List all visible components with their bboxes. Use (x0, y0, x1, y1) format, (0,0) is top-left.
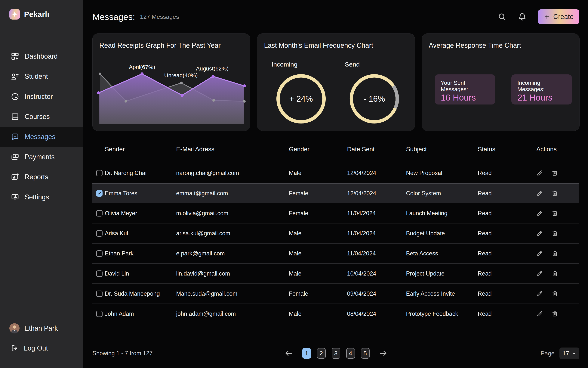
row-checkbox[interactable] (96, 250, 103, 257)
brand-logo-sparkle-icon (9, 9, 20, 19)
actions-cell (536, 230, 579, 237)
table-row[interactable]: Arisa Kul arisa.kul@gmail.com Male 11/04… (92, 223, 579, 244)
stat-box: Incoming Messages: 21 Hours (511, 74, 572, 104)
edit-pencil-icon[interactable] (536, 270, 543, 277)
table-row[interactable]: John Adam john.adam@gmail.com Male 08/04… (92, 304, 579, 324)
page-number-button[interactable]: 4 (346, 348, 355, 359)
sidebar-nav-item[interactable]: Settings (0, 187, 83, 207)
actions-cell (536, 270, 579, 277)
brand: Pekarlı (9, 9, 49, 19)
delete-trash-icon[interactable] (551, 190, 558, 197)
date-cell: 11/04/2024 (347, 230, 406, 237)
sidebar-nav-item[interactable]: Payments (0, 147, 83, 167)
sidebar-nav-item[interactable]: Instructor (0, 86, 83, 107)
row-checkbox-cell (92, 170, 105, 176)
delete-trash-icon[interactable] (551, 210, 558, 217)
delete-trash-icon[interactable] (551, 311, 558, 317)
delete-trash-icon[interactable] (551, 250, 558, 257)
sidebar-user[interactable]: Ethan Park (9, 323, 58, 333)
edit-pencil-icon[interactable] (536, 170, 543, 176)
edit-pencil-icon[interactable] (536, 190, 543, 197)
sidebar-item-icon (11, 92, 19, 101)
table-row[interactable]: Emma Tores emma.t@gmail.com Female 12/04… (92, 183, 579, 203)
gauge-ring: + 24% (275, 73, 327, 125)
sidebar-item-icon (11, 112, 19, 121)
page-dropdown[interactable]: 17 (560, 348, 579, 359)
gauge-label: Incoming (272, 61, 330, 68)
table-row[interactable]: Olivia Meyer m.olivia@gmail.com Female 1… (92, 203, 579, 223)
edit-pencil-icon[interactable] (536, 250, 543, 257)
search-icon[interactable] (498, 12, 507, 21)
row-checkbox[interactable] (96, 170, 103, 176)
row-checkbox-cell (92, 230, 105, 237)
status-cell: Read (478, 250, 536, 257)
sidebar-nav-item[interactable]: Student (0, 66, 83, 86)
stat-label: Incoming Messages: (517, 80, 566, 92)
summary-cards: Read Receipts Graph For The Past Year Ap… (92, 33, 579, 131)
page-number-button[interactable]: 3 (332, 348, 340, 359)
date-cell: 12/04/2024 (347, 190, 406, 197)
prev-page-arrow-icon[interactable] (284, 349, 293, 358)
page-number-button[interactable]: 5 (361, 348, 370, 359)
sidebar-item-label: Reports (25, 173, 48, 181)
topbar-actions: Create (498, 9, 579, 24)
sidebar-item-label: Payments (25, 153, 55, 161)
actions-cell (536, 190, 579, 197)
table-footer: Showing 1 - 7 from 127 1 2 3 4 5 Page (92, 347, 579, 359)
sender-cell: Arisa Kul (105, 230, 176, 237)
topbar: Messages: 127 Messages Create (92, 0, 579, 33)
row-checkbox[interactable] (96, 190, 103, 197)
row-checkbox[interactable] (96, 291, 103, 297)
delete-trash-icon[interactable] (551, 230, 558, 237)
edit-pencil-icon[interactable] (536, 311, 543, 317)
sidebar-nav-item[interactable]: Courses (0, 107, 83, 127)
page-number-button[interactable]: 1 (302, 348, 311, 359)
table-row[interactable]: Dr. Narong Chai narong.chai@gmail.com Ma… (92, 163, 579, 183)
gender-cell: Male (289, 170, 347, 176)
sidebar: Pekarlı Dashboard Student Instructor (0, 0, 83, 368)
delete-trash-icon[interactable] (551, 290, 558, 297)
email-cell: m.olivia@gmail.com (176, 210, 289, 217)
table-row[interactable]: Dr. Suda Maneepong Mane.suda@gmail.com F… (92, 284, 579, 304)
stat-label: Your Sent Messages: (441, 80, 489, 92)
row-checkbox[interactable] (96, 230, 103, 237)
page-dropdown-value: 17 (562, 350, 569, 357)
stat-box: Your Sent Messages: 16 Hours (435, 74, 495, 104)
email-cell: john.adam@gmail.com (176, 311, 289, 317)
sidebar-item-icon (11, 132, 19, 141)
logout-button[interactable]: Log Out (11, 344, 48, 353)
subject-cell: Launch Meeting (406, 210, 478, 217)
next-page-arrow-icon[interactable] (379, 349, 388, 358)
stat-value: 16 Hours (441, 92, 489, 103)
page-number-button[interactable]: 2 (317, 348, 326, 359)
sidebar-item-label: Messages (25, 133, 55, 141)
logout-icon (11, 344, 18, 352)
sidebar-nav-item[interactable]: Dashboard (0, 46, 83, 66)
subject-cell: Prototype Feedback (406, 311, 478, 317)
sidebar-item-icon (11, 173, 19, 181)
delete-trash-icon[interactable] (551, 270, 558, 277)
edit-pencil-icon[interactable] (536, 290, 543, 297)
pagination: 1 2 3 4 5 (281, 348, 391, 359)
status-cell: Read (478, 290, 536, 297)
sidebar-nav-item[interactable]: Reports (0, 167, 83, 187)
row-checkbox[interactable] (96, 311, 103, 317)
table-row[interactable]: Ethan Park e.park@gmail.com Male 11/04/2… (92, 244, 579, 264)
create-button[interactable]: Create (538, 9, 579, 24)
row-checkbox-cell (92, 210, 105, 217)
delete-trash-icon[interactable] (551, 170, 558, 176)
sidebar-nav-item[interactable]: Messages (0, 127, 83, 147)
table-header-cell: Actions (536, 146, 579, 153)
bell-icon[interactable] (518, 12, 527, 21)
email-frequency-card: Last Month's Email Frequency Chart Incom… (257, 33, 415, 131)
sidebar-item-label: Courses (25, 113, 50, 121)
date-cell: 10/04/2024 (347, 270, 406, 277)
subject-cell: New Proposal (406, 170, 478, 176)
edit-pencil-icon[interactable] (536, 210, 543, 217)
table-row[interactable]: David Lin lin.david@gmail.com Male 10/04… (92, 264, 579, 284)
table-header-cell: Date Sent (347, 146, 406, 153)
gender-cell: Female (289, 210, 347, 217)
edit-pencil-icon[interactable] (536, 230, 543, 237)
row-checkbox[interactable] (96, 270, 103, 277)
row-checkbox[interactable] (96, 210, 103, 217)
